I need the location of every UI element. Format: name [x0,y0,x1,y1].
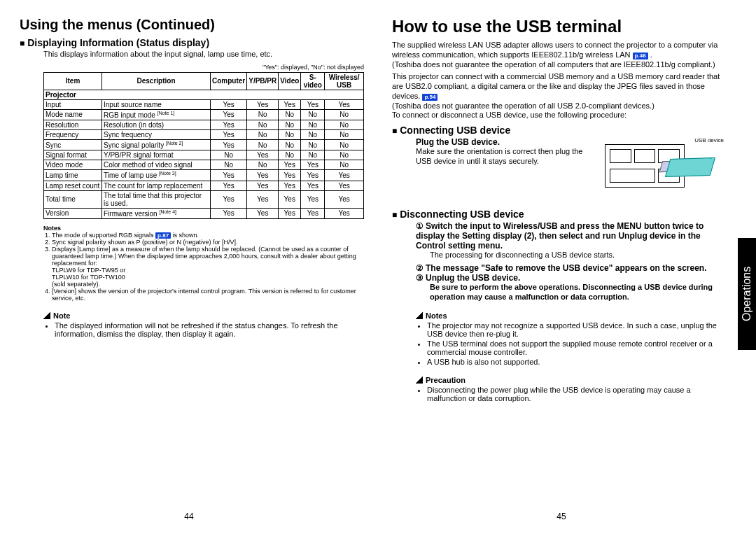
cell-value: Yes [247,150,279,160]
left-page: Using the menus (Continued) Displaying I… [0,0,378,534]
cell-item: Sync [44,140,102,150]
cell-value: Yes [301,160,325,170]
cell-value: Yes [247,170,279,181]
note-item: The USB terminal does not support the su… [427,339,724,356]
cell-item: Input [44,99,102,109]
cell-value: No [301,130,325,140]
precaution-icon [416,376,426,384]
step-3-sub: Be sure to perform the above operations.… [416,283,724,302]
cell-value: No [325,130,364,140]
cell-value: Yes [279,208,301,218]
col-header: S-video [301,72,325,90]
cell-value: No [279,109,301,120]
cell-value: Yes [325,99,364,109]
cell-value: No [211,160,247,170]
cell-value: Yes [301,170,325,181]
cell-value: Yes [211,99,247,109]
intro-para-2: This projector can connect with a commer… [392,72,724,120]
cell-value: No [325,120,364,130]
cell-item: Version [44,208,102,218]
notes-list: The projector may not recognize a suppor… [427,321,724,366]
col-header: Video [279,72,301,90]
cell-value: Yes [211,190,247,208]
cell-value: No [247,130,279,140]
table-row: InputInput source nameYesYesYesYesYes [44,99,364,109]
cell-desc: Time of lamp use [Note 3] [102,170,211,181]
cell-value: Yes [325,170,364,181]
table-row: Video modeColor method of video signalNo… [44,160,364,170]
cell-item: Signal format [44,150,102,160]
cell-value: No [301,120,325,130]
cell-value: No [301,109,325,120]
table-note-item: The mode of supported RGB signals p.87 i… [52,232,364,239]
table-note-item: Displays [Lamp time] as a measure of whe… [52,246,364,288]
precaution-body: Disconnecting the power plug while the U… [427,386,724,402]
cell-desc: Firmware version [Note 4] [102,208,211,218]
status-section-title: Displaying Information (Status display) [20,37,364,48]
table-row: ResolutionResolution (in dots)YesNoNoNoN… [44,120,364,130]
page-ref-87: p.87 [155,232,171,239]
cell-value: No [279,130,301,140]
cell-value: Yes [211,109,247,120]
table-row: SyncSync signal polarity [Note 2]YesNoNo… [44,140,364,150]
right-page: How to use the USB terminal The supplied… [378,0,756,534]
notes-heading: Notes [416,311,724,320]
cell-value: No [301,140,325,150]
disconnecting-heading: Disconnecting USB device [392,209,724,220]
cell-value: Yes [211,208,247,218]
cell-value: No [301,150,325,160]
intro-text-1a: The supplied wireless LAN USB adapter al… [392,41,718,59]
cell-desc: Color method of video signal [102,160,211,170]
cell-value: No [279,150,301,160]
connecting-heading: Connecting USB device [392,125,724,136]
cell-desc: Input source name [102,99,211,109]
usb-diagram: USB device [605,137,724,192]
cell-desc: Sync signal polarity [Note 2] [102,140,211,150]
cell-value: Yes [279,181,301,190]
col-header: Y/PB/PR [247,72,279,90]
step-2-num: ② [416,263,426,273]
cell-desc: Sync frequency [102,130,211,140]
note-icon [416,311,426,320]
step-2-text: The message "Safe to remove the USB devi… [426,263,707,273]
cell-value: Yes [301,208,325,218]
cell-value: Yes [211,130,247,140]
cell-value: Yes [325,208,364,218]
cell-value: No [325,140,364,150]
cell-value: Yes [279,160,301,170]
step-1-text: Switch the input to Wireless/USB and pre… [416,221,704,251]
step-3-num: ③ [416,273,426,283]
left-heading: Using the menus (Continued) [20,17,364,33]
col-header: Wireless/ USB [325,72,364,90]
cell-value: No [279,140,301,150]
cell-value: Yes [211,170,247,181]
table-row: FrequencySync frequencyYesNoNoNoNo [44,130,364,140]
cell-value: No [247,140,279,150]
table-section: Projector [44,90,364,99]
cell-item: Mode name [44,109,102,120]
page-number-left: 44 [20,512,358,521]
table-note-item: [Version] shows the version of the proje… [52,288,364,302]
intro-text-1b: (Toshiba does not guarantee the operatio… [392,60,715,69]
cell-value: No [325,150,364,160]
cell-value: Yes [279,170,301,181]
cell-value: Yes [211,140,247,150]
cell-value: Yes [279,190,301,208]
note-item: The projector may not recognize a suppor… [427,321,724,338]
intro-text-2a: This projector can connect with a commer… [392,72,720,100]
cell-value: Yes [211,181,247,190]
step-1: ①Switch the input to Wireless/USB and pr… [416,221,724,251]
cell-value: No [247,109,279,120]
step-3-text: Unplug the USB device. [426,273,520,283]
cell-value: No [325,109,364,120]
cell-desc: The total time that this projector is us… [102,190,211,208]
usb-device-label: USB device [694,137,724,143]
note-icon [43,311,53,320]
notes-heading-text: Notes [426,311,447,320]
note-body: The displayed information will not be re… [55,321,364,338]
cell-value: Yes [301,181,325,190]
table-row: Lamp timeTime of lamp use [Note 3]YesYes… [44,170,364,181]
page-ref-54: p.54 [422,94,438,101]
cell-item: Lamp reset count [44,181,102,190]
table-row: Total timeThe total time that this proje… [44,190,364,208]
